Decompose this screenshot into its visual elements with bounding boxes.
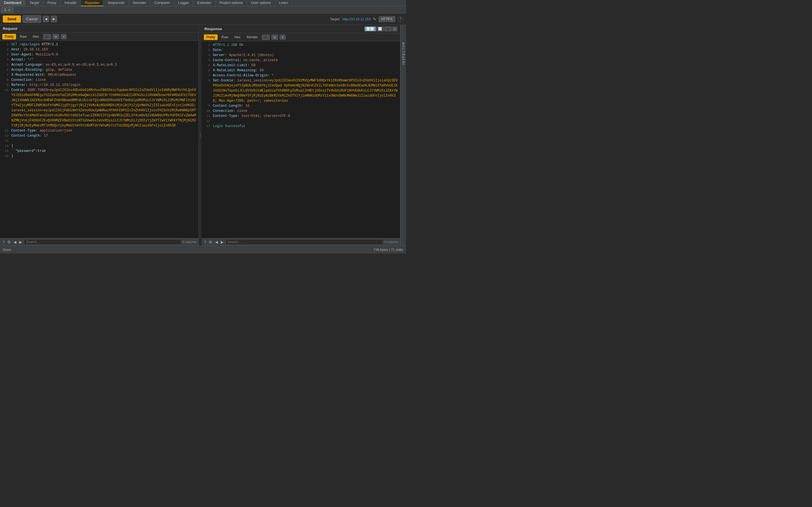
response-panel-title: Response xyxy=(204,27,222,31)
nav-target[interactable]: Target xyxy=(26,0,43,6)
response-code-area[interactable]: 1 HTTP/1.1 200 OK 2 Date: 3 Server: Apac… xyxy=(202,41,400,238)
response-menu-btn[interactable]: ≡ xyxy=(280,35,285,40)
response-search-settings-icon[interactable]: ⚙ xyxy=(208,240,213,244)
help-button[interactable]: ? xyxy=(398,16,403,22)
request-ln-btn[interactable]: \n xyxy=(53,34,59,39)
view-inspector-btn[interactable]: ≡ xyxy=(392,26,397,31)
request-tab-pretty[interactable]: Pretty xyxy=(2,34,16,40)
request-tab-raw[interactable]: Raw xyxy=(17,34,29,40)
response-panel: Response ⬜⬜ ⬜ ⬛ ≡ Pretty Raw Hex Render … xyxy=(202,25,400,245)
view-split-btn[interactable]: ⬜⬜ xyxy=(364,26,376,31)
tab-label: 1 xyxy=(4,8,6,12)
nav-learn[interactable]: Learn xyxy=(275,0,292,6)
response-help-icon[interactable]: ? xyxy=(203,240,207,244)
table-row: 16 } xyxy=(0,154,199,159)
nav-comparer[interactable]: Comparer xyxy=(150,0,174,6)
target-url: http://10.10.11.153 xyxy=(343,17,371,21)
repeater-tab-1[interactable]: 1 ✕ xyxy=(1,7,13,13)
request-format-tabs: Pretty Raw Hex ⬛ \n ≡ xyxy=(0,33,199,41)
request-search-input[interactable] xyxy=(24,239,181,245)
response-tab-pretty[interactable]: Pretty xyxy=(204,34,218,40)
response-search-bar: ? ⚙ ◀ ▶ 0 matches xyxy=(202,238,400,245)
table-row: 2 Date: xyxy=(202,48,400,53)
inspector-label: INSPECTOR xyxy=(402,42,405,65)
toolbar-right: Target: http://10.10.11.153 ✎ HTTP/1 ? xyxy=(330,16,403,22)
nav-dashboard[interactable]: Dashboard xyxy=(0,0,26,6)
nav-decoder[interactable]: Decoder xyxy=(129,0,150,6)
response-ln-btn[interactable]: \n xyxy=(271,35,278,40)
nav-proxy[interactable]: Proxy xyxy=(43,0,61,6)
status-text: Done xyxy=(3,248,11,252)
response-tab-render[interactable]: Render xyxy=(244,34,260,40)
request-search-next-icon[interactable]: ▶ xyxy=(18,240,23,244)
nav-project-options[interactable]: Project options xyxy=(216,0,247,6)
table-row: 4 Accept: */* xyxy=(0,57,199,62)
table-row: 1 HTTP/1.1 200 OK xyxy=(202,43,400,48)
back-button[interactable]: ◀ xyxy=(43,16,49,22)
nav-sequencer[interactable]: Sequencer xyxy=(103,0,129,6)
toolbar: Send Cancel ◀ ▶ Target: http://10.10.11.… xyxy=(0,13,406,25)
table-row: 12 xyxy=(202,119,400,124)
table-row: 8 Set-Cookie: laravel_session=eyJpdiI6Im… xyxy=(202,78,400,103)
response-view-toggle: ⬜⬜ ⬜ ⬛ ≡ xyxy=(364,26,397,31)
table-row: 6 Accept-Encoding: gzip, deflate xyxy=(0,67,199,72)
request-panel-title: Request xyxy=(0,25,199,33)
main-content: Request Pretty Raw Hex ⬛ \n ≡ 1 GET /api… xyxy=(0,25,406,245)
table-row: 13 Login Successful xyxy=(202,124,400,129)
table-row: 3 Server: Apache/2.4.41 (Ubuntu) xyxy=(202,53,400,58)
table-row: 1 GET /api/login HTTP/1.1 xyxy=(0,42,199,47)
table-row: 14 { xyxy=(0,144,199,149)
request-special-btn1[interactable]: ⬛ xyxy=(43,34,51,40)
nav-logger[interactable]: Logger xyxy=(174,0,193,6)
table-row: 5 Accept-Language: es-ES,es;q=0.8,en-US;… xyxy=(0,62,199,67)
request-help-search-icon[interactable]: ? xyxy=(2,240,5,244)
table-row: 3 User-Agent: Mozilla/5.0 xyxy=(0,52,199,57)
response-search-next-icon[interactable]: ▶ xyxy=(220,240,224,244)
table-row: 10 Connection: close xyxy=(202,108,400,114)
panel-divider xyxy=(199,25,202,245)
table-row: 10 Cookie: XSRF-TOKEN=eyJpdlI6Iks4OEo0a0… xyxy=(0,88,199,128)
table-row: 4 Cache-Control: no-cache, private xyxy=(202,58,400,63)
status-bytes: 746 bytes | 71 millis xyxy=(373,248,403,252)
send-button[interactable]: Send xyxy=(3,15,21,22)
request-menu-btn[interactable]: ≡ xyxy=(61,34,66,39)
nav-intruder[interactable]: Intruder xyxy=(61,0,81,6)
request-search-prev-icon[interactable]: ◀ xyxy=(13,240,17,244)
edit-target-icon[interactable]: ✎ xyxy=(373,17,376,21)
response-search-input[interactable] xyxy=(225,239,383,245)
response-search-prev-icon[interactable]: ◀ xyxy=(214,240,219,244)
nav-repeater[interactable]: Repeater xyxy=(81,0,103,6)
nav-user-options[interactable]: User options xyxy=(247,0,275,6)
request-search-settings-icon[interactable]: ⚙ xyxy=(6,240,11,244)
status-bar: Done 746 bytes | 71 millis xyxy=(0,245,406,253)
response-tab-raw[interactable]: Raw xyxy=(219,34,231,40)
view-compact-btn[interactable]: ⬛ xyxy=(384,26,392,31)
tab-bar: 1 ✕ … xyxy=(0,6,406,13)
table-row: 6 X-RateLimit-Remaining: 59 xyxy=(202,68,400,73)
table-row: 15 "password":true xyxy=(0,149,199,154)
target-label: Target: xyxy=(330,17,340,21)
forward-button[interactable]: ▶ xyxy=(51,16,57,22)
inspector-panel: INSPECTOR xyxy=(400,25,406,245)
response-format-tabs: Pretty Raw Hex Render ⬛ \n ≡ xyxy=(202,33,400,41)
tab-more-button[interactable]: … xyxy=(14,7,22,13)
table-row: 7 Access-Control-Allow-Origin: * xyxy=(202,73,400,78)
response-search-matches: 0 matches xyxy=(384,240,398,244)
response-special-btn1[interactable]: ⬛ xyxy=(262,35,270,40)
table-row: 9 Content-Length: 16 xyxy=(202,103,400,108)
table-row: 5 X-RateLimit-Limit: 60 xyxy=(202,63,400,68)
cancel-button[interactable]: Cancel xyxy=(22,15,41,23)
request-search-matches: 0 matches xyxy=(183,240,197,244)
table-row: 11 Content-Type: application/json xyxy=(0,128,199,133)
request-tab-hex[interactable]: Hex xyxy=(30,34,41,40)
table-row: 7 X-Requested-With: XMLHttpRequest xyxy=(0,72,199,77)
toolbar-left: Send Cancel ◀ ▶ xyxy=(3,15,57,23)
response-tab-hex[interactable]: Hex xyxy=(232,34,243,40)
tab-close-button[interactable]: ✕ xyxy=(8,8,10,12)
protocol-selector[interactable]: HTTP/1 xyxy=(378,16,395,22)
request-panel: Request Pretty Raw Hex ⬛ \n ≡ 1 GET /api… xyxy=(0,25,199,245)
view-single-btn[interactable]: ⬜ xyxy=(376,26,384,31)
top-navigation: Dashboard Target Proxy Intruder Repeater… xyxy=(0,0,406,6)
request-code-area[interactable]: 1 GET /api/login HTTP/1.1 2 Host: 10.10.… xyxy=(0,41,199,238)
nav-extender[interactable]: Extender xyxy=(193,0,216,6)
